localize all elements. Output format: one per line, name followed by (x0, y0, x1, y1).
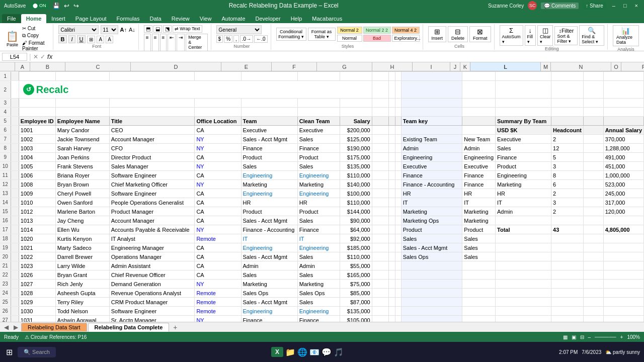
cell[interactable] (11, 280, 19, 289)
cell[interactable] (395, 189, 401, 198)
cell[interactable] (389, 99, 395, 108)
cell[interactable]: 2 (551, 207, 584, 216)
col-header-P[interactable]: P (621, 62, 644, 71)
cell[interactable]: Engineering (297, 171, 340, 180)
cell[interactable]: Marketing (462, 216, 496, 225)
cell[interactable] (583, 298, 603, 307)
cell[interactable] (401, 72, 462, 81)
cell[interactable]: 1009 (19, 189, 55, 198)
cell[interactable] (395, 298, 401, 307)
cell[interactable] (395, 135, 401, 144)
underline-button[interactable]: U (77, 35, 86, 43)
cell[interactable]: Account Manager (109, 216, 195, 225)
cell[interactable]: Todd Nelson (55, 307, 109, 316)
cell[interactable]: Product (241, 153, 297, 162)
minimize-button[interactable]: – (610, 3, 617, 9)
increase-font-button[interactable]: A↑ (120, 27, 127, 33)
cell[interactable]: Bryan Grant (55, 270, 109, 280)
cell[interactable]: New Team (462, 135, 496, 144)
cell[interactable] (11, 162, 19, 171)
cell[interactable] (583, 234, 603, 243)
cell[interactable] (372, 153, 389, 162)
cell[interactable] (11, 243, 19, 252)
col-header-J[interactable]: J (450, 62, 460, 71)
cell[interactable] (395, 72, 401, 81)
cell[interactable]: CA (195, 153, 241, 162)
cell[interactable] (551, 307, 584, 316)
cell[interactable] (372, 72, 389, 81)
cell[interactable] (583, 126, 603, 135)
view-normal-button[interactable]: ▦ (563, 334, 568, 340)
cell[interactable] (389, 198, 395, 207)
cell[interactable]: 1028 (19, 289, 55, 298)
cell[interactable]: 1023 (19, 261, 55, 270)
cell[interactable]: Executive (401, 162, 462, 171)
col-header-C[interactable]: C (65, 62, 131, 71)
cell[interactable]: $92,000 (340, 234, 372, 243)
cell[interactable] (583, 225, 603, 234)
cell[interactable]: 1014 (19, 225, 55, 234)
cell[interactable] (195, 72, 241, 81)
cell[interactable] (11, 316, 19, 322)
cell[interactable]: Sales - Acct Mgmt (401, 243, 462, 252)
cell[interactable]: Salary (340, 117, 372, 126)
cell[interactable] (395, 162, 401, 171)
cell[interactable] (395, 216, 401, 225)
zoom-in-button[interactable]: + (620, 334, 623, 340)
cell[interactable] (496, 307, 551, 316)
cell[interactable] (583, 135, 603, 144)
cell[interactable]: Engineering (297, 307, 340, 316)
formula-input[interactable] (54, 53, 642, 61)
cell[interactable] (389, 171, 395, 180)
tab-file[interactable]: File (2, 14, 21, 23)
cell[interactable] (583, 144, 603, 153)
cell[interactable] (462, 316, 496, 322)
cell[interactable]: Sales (297, 270, 340, 280)
cell[interactable]: IT (462, 198, 496, 207)
cell[interactable]: Accounts Payable & Receivable (109, 225, 195, 234)
cell[interactable] (389, 270, 395, 280)
cell[interactable] (462, 99, 496, 108)
cell[interactable] (603, 216, 643, 225)
cell[interactable]: HR (401, 189, 462, 198)
cell[interactable]: Briana Royer (55, 171, 109, 180)
currency-button[interactable]: $ (216, 35, 223, 43)
cell[interactable]: Cheryl Powell (55, 189, 109, 198)
cell[interactable] (462, 126, 496, 135)
cell[interactable] (583, 198, 603, 207)
cell[interactable]: Product (401, 225, 462, 234)
cell[interactable]: Admin (297, 261, 340, 270)
cell[interactable]: Finance (241, 316, 297, 322)
analyze-data-button[interactable]: 📊Analyze Data (613, 25, 639, 46)
tab-view[interactable]: View (195, 14, 217, 23)
view-page-break-button[interactable]: ⊟ (580, 334, 584, 340)
cell[interactable]: NY (195, 144, 241, 153)
taskbar-app-excel[interactable]: X (271, 347, 283, 357)
cell[interactable]: CA (195, 216, 241, 225)
cell[interactable]: 6 (551, 180, 584, 189)
tab-help[interactable]: Help (286, 14, 307, 23)
border-button[interactable]: ⊞ (87, 36, 95, 43)
cell[interactable]: Annual Salary (603, 126, 643, 135)
clear-button[interactable]: ◫Clear ▾ (537, 25, 553, 46)
cell[interactable]: Sales (496, 144, 551, 153)
cell[interactable] (395, 108, 401, 117)
maximize-button[interactable]: □ (621, 3, 629, 9)
cell[interactable] (372, 316, 389, 322)
cell[interactable]: 120,000 (603, 207, 643, 216)
cell[interactable] (389, 180, 395, 189)
cell[interactable] (297, 72, 340, 81)
cell[interactable] (462, 307, 496, 316)
cell[interactable] (395, 270, 401, 280)
cell[interactable] (11, 298, 19, 307)
cell[interactable]: Sales (297, 298, 340, 307)
cell[interactable]: Employee Name (55, 117, 109, 126)
cell[interactable] (372, 117, 389, 126)
cell[interactable]: 317,000 (603, 198, 643, 207)
col-header-M[interactable]: M (541, 62, 551, 71)
cell[interactable] (551, 252, 584, 261)
cell[interactable]: Sales - Acct Mgmt (241, 216, 297, 225)
tab-relabeling-start[interactable]: Relabeling Data Start (21, 323, 87, 331)
cell[interactable]: Engineering (297, 189, 340, 198)
cell[interactable]: Account Manager (109, 135, 195, 144)
